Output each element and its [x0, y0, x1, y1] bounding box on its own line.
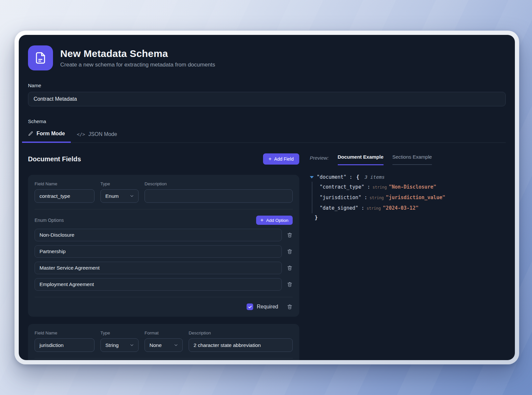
json-key: "date_signed": [320, 205, 358, 211]
field-card-contract-type: Field Name Type Enum Description: [28, 175, 299, 317]
trash-icon: [287, 248, 293, 255]
page-subtitle: Create a new schema for extracting metad…: [60, 62, 215, 68]
description-group: Description: [189, 330, 293, 352]
name-label: Name: [28, 83, 506, 88]
description-label: Description: [189, 330, 293, 335]
name-input[interactable]: [28, 92, 506, 106]
desktop-background: { "icons": { "plus": "+", "code_glyph": …: [0, 0, 532, 395]
field-name-label: Field Name: [35, 330, 94, 335]
enum-option-input[interactable]: [35, 229, 282, 241]
card-divider: [35, 297, 293, 297]
field-name-label: Field Name: [35, 181, 94, 186]
format-group: Format None: [145, 330, 183, 352]
enum-option-row: [35, 229, 293, 241]
json-colon: :: [364, 195, 367, 200]
pencil-icon: [28, 131, 33, 136]
trash-icon: [287, 232, 293, 238]
type-select[interactable]: Enum: [100, 189, 139, 203]
json-type-badge: string: [370, 196, 384, 200]
type-select-value: Enum: [105, 193, 119, 199]
modal-window: New Metadata Schema Create a new schema …: [14, 31, 519, 364]
description-input[interactable]: [189, 338, 293, 352]
add-field-label: Add Field: [274, 156, 294, 162]
field-card-jurisdiction: Field Name Type String Format: [28, 324, 299, 360]
tab-sections-example[interactable]: Sections Example: [392, 154, 432, 165]
type-select[interactable]: String: [100, 338, 139, 352]
json-items-count: 3 items: [364, 174, 385, 180]
delete-option-button[interactable]: [287, 248, 293, 255]
json-entry: "jurisdiction" :string"jurisdiction_valu…: [320, 192, 506, 203]
format-select-value: None: [149, 342, 162, 348]
field-footer: Required: [35, 303, 293, 310]
field-name-group: Field Name: [35, 330, 94, 352]
enum-option-row: [35, 262, 293, 274]
schema-mode-tabbar: Form Mode </> JSON Mode: [28, 129, 506, 143]
delete-option-button[interactable]: [287, 232, 293, 238]
tab-json-mode[interactable]: </> JSON Mode: [71, 129, 123, 143]
type-label: Type: [100, 330, 139, 335]
trash-icon: [287, 281, 293, 288]
json-value: "jurisdiction_value": [386, 195, 445, 200]
document-fields-heading: Document Fields: [28, 155, 81, 163]
chevron-down-icon: [129, 194, 134, 198]
field-name-input[interactable]: [35, 189, 94, 203]
description-label: Description: [145, 181, 293, 186]
json-open-brace: {: [356, 174, 359, 180]
required-checkbox[interactable]: [247, 303, 253, 310]
add-field-button[interactable]: + Add Field: [263, 153, 300, 165]
type-group: Type String: [100, 330, 139, 352]
check-icon: [248, 305, 252, 309]
delete-option-button[interactable]: [287, 281, 293, 288]
plus-icon: +: [260, 218, 263, 223]
json-children: "contract_type" :string"Non-Disclosure" …: [312, 182, 506, 213]
enum-option-row: [35, 245, 293, 258]
enum-option-input[interactable]: [35, 262, 282, 274]
json-entry: "date_signed" :string"2024-03-12": [320, 203, 506, 213]
dialog-body: Document Fields + Add Field Field Name: [28, 151, 506, 360]
tab-form-mode-label: Form Mode: [37, 131, 65, 137]
tab-json-mode-label: JSON Mode: [89, 131, 117, 137]
add-option-button[interactable]: + Add Option: [256, 216, 293, 225]
dialog-header: New Metadata Schema Create a new schema …: [28, 45, 506, 70]
document-fields-header: Document Fields + Add Field: [28, 153, 299, 165]
format-select[interactable]: None: [145, 338, 183, 352]
card-divider: [35, 209, 293, 209]
document-fields-panel: Document Fields + Add Field Field Name: [28, 151, 299, 360]
json-type-badge: string: [366, 206, 381, 211]
json-type-badge: string: [373, 185, 387, 190]
json-value: "2024-03-12": [383, 205, 418, 211]
enum-options-header: Enum Options + Add Option: [35, 216, 293, 225]
required-label: Required: [257, 304, 278, 310]
format-label: Format: [145, 330, 183, 335]
schema-group: Schema Form Mode </> JSON Mode: [28, 118, 506, 143]
field-row: Field Name Type String Format: [35, 330, 293, 352]
json-preview-tree: "document" : { 3 items "contract_type" :…: [310, 174, 506, 221]
delete-option-button[interactable]: [287, 265, 293, 271]
page-title: New Metadata Schema: [60, 48, 215, 59]
document-icon: [28, 45, 53, 70]
json-colon: :: [361, 205, 364, 211]
enum-options-label: Enum Options: [35, 218, 64, 223]
new-metadata-schema-dialog: New Metadata Schema Create a new schema …: [19, 35, 515, 360]
description-input[interactable]: [145, 189, 293, 203]
trash-icon: [287, 265, 293, 271]
enum-option-row: [35, 278, 293, 291]
json-key: "jurisdiction": [320, 195, 361, 200]
delete-field-button[interactable]: [287, 303, 293, 310]
json-value: "Non-Disclosure": [389, 184, 437, 190]
field-row: Field Name Type Enum Description: [35, 181, 293, 203]
collapse-arrow-icon[interactable]: [310, 176, 314, 178]
json-root-line: "document" : { 3 items: [310, 174, 506, 180]
schema-label: Schema: [28, 118, 506, 124]
json-root-key: "document": [317, 174, 346, 180]
preview-panel: Preview: Document Example Sections Examp…: [299, 151, 506, 360]
tab-document-example[interactable]: Document Example: [338, 154, 384, 165]
tab-form-mode[interactable]: Form Mode: [22, 129, 71, 143]
json-close-brace: }: [315, 215, 506, 221]
trash-icon: [287, 303, 293, 310]
json-key: "contract_type": [320, 184, 364, 190]
field-name-input[interactable]: [35, 338, 94, 352]
enum-option-input[interactable]: [35, 245, 282, 258]
enum-option-input[interactable]: [35, 278, 282, 291]
field-name-group: Field Name: [35, 181, 94, 203]
